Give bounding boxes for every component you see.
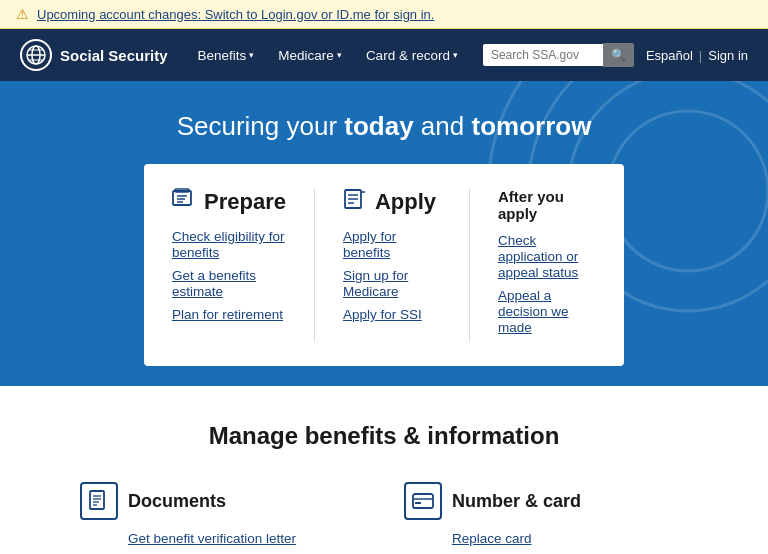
apply-benefits-link[interactable]: Apply for benefits: [343, 229, 396, 260]
svg-point-8: [608, 111, 768, 271]
espanol-link[interactable]: Español: [646, 48, 693, 63]
documents-header: Documents: [80, 482, 364, 520]
apply-icon: [343, 188, 367, 216]
apply-header: Apply: [343, 188, 441, 216]
chevron-down-icon: ▾: [337, 50, 342, 60]
prepare-header: Prepare: [172, 188, 286, 216]
check-eligibility-link[interactable]: Check eligibility for benefits: [172, 229, 285, 260]
chevron-down-icon: ▾: [453, 50, 458, 60]
number-card-icon: [404, 482, 442, 520]
apply-column: Apply Apply for benefits Sign up for Med…: [343, 188, 441, 342]
manage-item-documents: Documents Get benefit verification lette…: [80, 482, 364, 554]
column-divider: [314, 188, 315, 342]
site-logo[interactable]: Social Security: [20, 39, 168, 71]
site-name: Social Security: [60, 47, 168, 64]
hero-section: Securing your today and tomorrow Prepare: [0, 81, 768, 386]
search-input[interactable]: [483, 44, 603, 66]
chevron-down-icon: ▾: [249, 50, 254, 60]
number-card-header: Number & card: [404, 482, 688, 520]
nav-right: Español | Sign in: [646, 48, 748, 63]
svg-rect-9: [173, 191, 191, 205]
signup-medicare-link[interactable]: Sign up for Medicare: [343, 268, 408, 299]
documents-links: Get benefit verification letter Get tax …: [80, 530, 364, 554]
nav-links: Benefits ▾ Medicare ▾ Card & record ▾: [188, 40, 483, 71]
plan-retirement-link[interactable]: Plan for retirement: [172, 307, 283, 322]
apply-links: Apply for benefits Sign up for Medicare …: [343, 228, 441, 322]
alert-link[interactable]: Upcoming account changes: Switch to Logi…: [37, 7, 434, 22]
nav-benefits[interactable]: Benefits ▾: [188, 40, 265, 71]
svg-rect-24: [413, 494, 433, 508]
appeal-decision-link[interactable]: Appeal a decision we made: [498, 288, 569, 335]
hero-card: Prepare Check eligibility for benefits G…: [144, 164, 624, 366]
svg-rect-19: [90, 491, 104, 509]
benefits-estimate-link[interactable]: Get a benefits estimate: [172, 268, 256, 299]
prepare-links: Check eligibility for benefits Get a ben…: [172, 228, 286, 322]
check-status-link[interactable]: Check application or appeal status: [498, 233, 578, 280]
after-apply-links: Check application or appeal status Appea…: [498, 232, 596, 335]
search-bar: 🔍: [483, 43, 634, 67]
navigation: Social Security Benefits ▾ Medicare ▾ Ca…: [0, 29, 768, 81]
manage-title: Manage benefits & information: [80, 422, 688, 450]
prepare-column: Prepare Check eligibility for benefits G…: [172, 188, 286, 342]
benefit-verification-link[interactable]: Get benefit verification letter: [128, 531, 296, 546]
manage-section: Manage benefits & information Documents …: [0, 386, 768, 554]
hero-title: Securing your today and tomorrow: [177, 111, 592, 142]
warning-icon: ⚠: [16, 6, 29, 22]
number-card-links: Replace card Request number for the firs…: [404, 530, 688, 554]
documents-title: Documents: [128, 491, 226, 512]
apply-title: Apply: [375, 189, 436, 215]
nav-card-record[interactable]: Card & record ▾: [356, 40, 468, 71]
logo-circle-icon: [20, 39, 52, 71]
manage-item-number-card: Number & card Replace card Request numbe…: [404, 482, 688, 554]
after-apply-title: After you apply: [498, 188, 596, 222]
number-card-title: Number & card: [452, 491, 581, 512]
signin-link[interactable]: Sign in: [708, 48, 748, 63]
column-divider-2: [469, 188, 470, 342]
alert-bar: ⚠ Upcoming account changes: Switch to Lo…: [0, 0, 768, 29]
after-apply-column: After you apply Check application or app…: [498, 188, 596, 342]
search-button[interactable]: 🔍: [603, 43, 634, 67]
nav-medicare[interactable]: Medicare ▾: [268, 40, 352, 71]
manage-grid: Documents Get benefit verification lette…: [80, 482, 688, 554]
svg-rect-26: [415, 502, 421, 504]
apply-ssi-link[interactable]: Apply for SSI: [343, 307, 422, 322]
prepare-icon: [172, 188, 196, 216]
replace-card-link[interactable]: Replace card: [452, 531, 532, 546]
documents-icon: [80, 482, 118, 520]
prepare-title: Prepare: [204, 189, 286, 215]
